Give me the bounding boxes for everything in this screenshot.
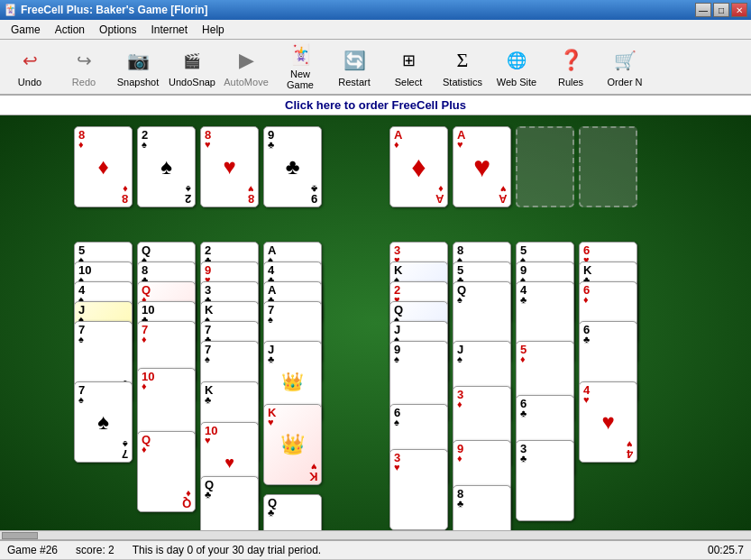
select-icon: ⊞ [394,46,423,75]
restart-label: Restart [338,77,370,87]
col4-card6[interactable]: K ♥ 👑 K ♥ [263,404,322,485]
horizontal-scrollbar[interactable] [0,530,751,539]
maximize-button[interactable]: □ [713,3,729,17]
website-icon: 🌐 [502,46,531,75]
menu-options[interactable]: Options [92,22,143,38]
menu-internet[interactable]: Internet [143,22,195,38]
newgame-button[interactable]: 🃏 New Game [274,41,326,92]
col6-card7[interactable]: 8 ♣ [453,485,511,530]
col3-card9[interactable]: Q ♣ [200,476,259,530]
website-label: Web Site [497,77,536,87]
menu-bar: Game Action Options Internet Help [0,20,751,40]
rules-icon: ❓ [556,46,585,75]
foundation-3[interactable] [516,126,574,207]
foundation-2[interactable]: A ♥ ♥ A ♥ [453,126,511,207]
automove-icon: ▶ [232,46,261,75]
col1-card6[interactable]: 7 ♠ ♠ 7 ♠ [74,381,133,463]
undosnap-button[interactable]: 🎬 UndoSnap [166,41,218,92]
foundation-4[interactable] [579,126,637,207]
freecell-4[interactable]: 9 ♣ ♣ 9 ♣ [263,126,322,207]
order-icon: 🛒 [610,46,639,75]
freecell-1[interactable]: 8 ♦ ♦ 8 ♦ [74,126,133,207]
rules-label: Rules [558,77,583,87]
website-button[interactable]: 🌐 Web Site [490,41,543,92]
snapshot-icon: 📷 [124,46,152,75]
game-number: Game #26 [7,544,58,556]
banner-text: Click here to order FreeCell Plus [285,98,466,112]
select-button[interactable]: ⊞ Select [382,41,435,92]
rules-button[interactable]: ❓ Rules [545,41,597,92]
order-banner[interactable]: Click here to order FreeCell Plus [0,96,751,115]
newgame-label: New Game [277,69,324,90]
statistics-button[interactable]: Σ Statistics [436,41,489,92]
redo-label: Redo [72,77,96,87]
undo-label: Undo [18,77,41,87]
freecell-2[interactable]: 2 ♠ ♠ 2 ♠ [137,126,196,207]
col7-card6[interactable]: 3 ♣ [516,440,574,521]
trial-message: This is day 0 of your 30 day trial perio… [133,544,321,556]
toolbar: ↩ Undo ↪ Redo 📷 Snapshot 🎬 UndoSnap ▶ Au… [0,40,751,96]
select-label: Select [395,77,423,87]
statistics-icon: Σ [448,46,477,75]
title-bar-left: 🃏 FreeCell Plus: Baker's Game [Florin] [4,4,208,16]
restart-icon: 🔄 [340,46,369,75]
close-button[interactable]: ✕ [731,3,747,17]
snapshot-button[interactable]: 📷 Snapshot [112,41,164,92]
order-button[interactable]: 🛒 Order N [599,41,651,92]
undo-icon: ↩ [15,46,44,75]
menu-game[interactable]: Game [4,22,48,38]
status-bar: Game #26 score: 2 This is day 0 of your … [0,539,751,559]
automove-label: AutoMove [224,77,269,87]
timer: 00:25.7 [708,544,744,556]
col2-card7[interactable]: Q ♦ Q ♦ [137,431,196,512]
snapshot-label: Snapshot [117,77,159,87]
undosnap-label: UndoSnap [169,77,215,87]
menu-action[interactable]: Action [48,22,92,38]
order-label: Order N [607,77,642,87]
newgame-icon: 🃏 [286,43,315,67]
window-title: FreeCell Plus: Baker's Game [Florin] [21,4,208,16]
undo-button[interactable]: ↩ Undo [4,41,56,92]
automove-button[interactable]: ▶ AutoMove [220,41,272,92]
game-area[interactable]: 8 ♦ ♦ 8 ♦ 2 ♠ ♠ 2 ♠ 8 ♥ ♥ 8 ♥ 9 ♣ ♣ 9 ♣ … [0,115,751,530]
app-icon: 🃏 [4,4,17,16]
menu-help[interactable]: Help [195,22,232,38]
freecell-3[interactable]: 8 ♥ ♥ 8 ♥ [200,126,259,207]
score: score: 2 [76,544,114,556]
statistics-label: Statistics [443,77,482,87]
col8-card5[interactable]: 4 ♥ ♥ 4 ♥ [579,381,637,463]
restart-button[interactable]: 🔄 Restart [328,41,380,92]
redo-button[interactable]: ↪ Redo [58,41,110,92]
col5-card8[interactable]: 3 ♥ [389,449,448,530]
col4-card7[interactable]: Q ♣ Q ♣ [263,494,322,530]
title-bar: 🃏 FreeCell Plus: Baker's Game [Florin] —… [0,0,751,20]
minimize-button[interactable]: — [695,3,711,17]
title-bar-controls[interactable]: — □ ✕ [695,3,747,17]
undosnap-icon: 🎬 [178,46,206,75]
foundation-1[interactable]: A ♦ ♦ A ♦ [389,126,448,207]
redo-icon: ↪ [69,46,98,75]
